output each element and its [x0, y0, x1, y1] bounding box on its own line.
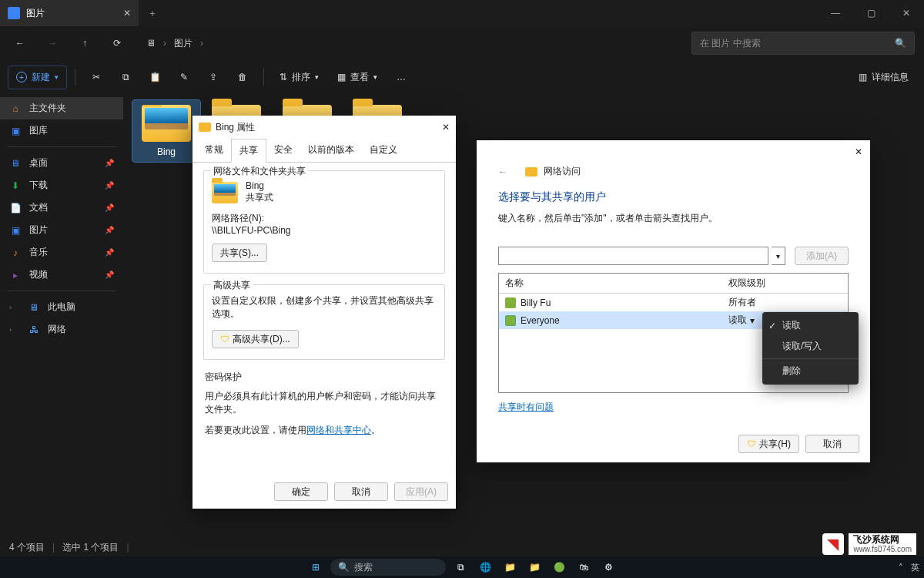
folder-item-bing[interactable]: Bing	[132, 100, 200, 162]
dialog-titlebar[interactable]: Bing 属性 ✕	[192, 116, 456, 139]
sidebar-item-thispc[interactable]: ›🖥此电脑	[0, 296, 123, 318]
shield-icon: 🛡	[220, 334, 229, 344]
sidebar-item-home[interactable]: ⌂ 主文件夹	[0, 97, 123, 119]
tray-chevron-icon[interactable]: ˄	[899, 563, 903, 573]
share-button[interactable]: 共享(S)...	[212, 244, 267, 262]
taskbar-app[interactable]: 🟢	[549, 559, 569, 576]
taskbar-app[interactable]: 🌐	[475, 559, 495, 576]
taskbar-app[interactable]: ⚙	[598, 559, 618, 576]
taskview-button[interactable]: ⧉	[450, 559, 470, 576]
tab-custom[interactable]: 自定义	[362, 139, 405, 162]
maximize-button[interactable]: ▢	[853, 0, 889, 26]
sidebar-item-downloads[interactable]: ⬇下载📌	[0, 174, 123, 197]
new-button[interactable]: + 新建 ▾	[8, 66, 67, 89]
start-button[interactable]: ⊞	[306, 559, 326, 576]
toolbar: + 新建 ▾ ✂ ⧉ 📋 ✎ ⇪ 🗑 ⇅ 排序 ▾ ▦ 查看 ▾ … ▥ 详细信…	[0, 60, 924, 94]
sidebar-item-network[interactable]: ›🖧网络	[0, 318, 123, 341]
minimize-button[interactable]: —	[818, 0, 853, 26]
ok-button[interactable]: 确定	[274, 482, 328, 501]
advanced-share-button[interactable]: 🛡高级共享(D)...	[212, 330, 299, 348]
menu-item-read[interactable]: ✓读取	[762, 315, 859, 336]
sort-icon: ⇅	[280, 72, 287, 82]
user-dropdown-button[interactable]: ▾	[772, 247, 785, 265]
sidebar-item-documents[interactable]: 📄文档📌	[0, 197, 123, 219]
apply-button[interactable]: 应用(A)	[394, 482, 448, 501]
network-center-link[interactable]: 网络和共享中心	[306, 425, 371, 435]
add-button[interactable]: 添加(A)	[795, 247, 849, 265]
menu-item-readwrite[interactable]: 读取/写入	[762, 336, 859, 357]
watermark-logo: ◥	[822, 533, 844, 555]
copy-button[interactable]: ⧉	[112, 67, 139, 87]
col-perm[interactable]: 权限级别	[722, 274, 772, 293]
view-button[interactable]: ▦ 查看 ▾	[330, 66, 385, 89]
tab-close-icon[interactable]: ✕	[123, 8, 131, 18]
sidebar-item-music[interactable]: ♪音乐📌	[0, 241, 123, 264]
close-icon[interactable]: ✕	[442, 122, 450, 133]
paste-button[interactable]: 📋	[142, 67, 168, 87]
sidebar-item-pictures[interactable]: ▣图片📌	[0, 219, 123, 241]
pc-icon: 🖥	[28, 301, 40, 314]
group-legend: 高级共享	[210, 279, 253, 292]
search-input[interactable]: 在 图片 中搜索 🔍	[691, 32, 915, 55]
sidebar-item-desktop[interactable]: 🖥桌面📌	[0, 152, 123, 174]
taskbar-app[interactable]: 📁	[524, 559, 544, 576]
group-icon	[505, 315, 516, 326]
cancel-button[interactable]: 取消	[805, 435, 859, 453]
col-name[interactable]: 名称	[499, 274, 722, 293]
advanced-desc: 设置自定义权限，创建多个共享，并设置其他高级共享选项。	[212, 294, 437, 321]
sort-button[interactable]: ⇅ 排序 ▾	[272, 66, 326, 89]
folder-icon	[199, 123, 211, 132]
sidebar-item-videos[interactable]: ▸视频📌	[0, 264, 123, 286]
share-button[interactable]: ⇪	[200, 67, 226, 87]
close-button[interactable]: ✕	[889, 0, 924, 26]
taskbar-app[interactable]: 📁	[500, 559, 520, 576]
details-pane-button[interactable]: ▥ 详细信息	[851, 66, 916, 89]
perm-select[interactable]: 读取▾	[722, 311, 761, 329]
dialog-titlebar[interactable]: ✕	[477, 140, 870, 163]
pin-icon: 📌	[105, 271, 114, 279]
share-icon: ⇪	[209, 72, 217, 82]
new-tab-button[interactable]: ＋	[139, 0, 166, 26]
nav-up-button[interactable]: ↑	[74, 38, 95, 49]
share-trouble-link[interactable]: 共享时有问题	[498, 402, 554, 412]
tab-general[interactable]: 常规	[197, 139, 231, 162]
separator	[263, 69, 264, 86]
tab-sharing[interactable]: 共享	[231, 139, 266, 163]
taskbar-search[interactable]: 🔍搜索	[330, 559, 446, 576]
user-combo: ▾ 添加(A)	[498, 247, 849, 265]
close-icon[interactable]: ✕	[855, 146, 862, 157]
breadcrumb-item[interactable]: 图片	[174, 37, 192, 50]
shield-icon: 🛡	[747, 439, 756, 449]
chevron-right-icon: ›	[9, 304, 17, 311]
chevron-right-icon: ›	[163, 38, 166, 49]
list-row[interactable]: Billy Fu 所有者	[499, 294, 848, 311]
nav-refresh-button[interactable]: ⟳	[106, 38, 128, 49]
properties-dialog: Bing 属性 ✕ 常规 共享 安全 以前的版本 自定义 网络文件和文件夹共享 …	[192, 116, 456, 509]
user-name-input[interactable]	[498, 247, 768, 265]
share-button[interactable]: 🛡共享(H)	[738, 435, 799, 453]
menu-item-remove[interactable]: 删除	[762, 358, 859, 381]
ime-indicator[interactable]: 英	[911, 562, 919, 573]
delete-button[interactable]: 🗑	[229, 67, 256, 87]
window-tab[interactable]: 图片 ✕	[0, 0, 139, 26]
cut-button[interactable]: ✂	[83, 67, 109, 87]
video-icon: ▸	[9, 269, 22, 281]
nav-back-button[interactable]: ←	[9, 38, 31, 49]
pin-icon: 📌	[105, 181, 114, 190]
back-arrow-icon[interactable]: ←	[498, 166, 507, 177]
folder-name: Bing	[246, 180, 273, 191]
chevron-right-icon: ›	[200, 38, 203, 49]
watermark: ◥ 飞沙系统网 www.fs0745.com	[822, 533, 916, 555]
more-button[interactable]: …	[388, 67, 414, 87]
rename-button[interactable]: ✎	[171, 67, 197, 87]
breadcrumb[interactable]: 🖥 › 图片 ›	[146, 37, 203, 50]
folder-icon	[212, 182, 238, 203]
taskbar-app[interactable]: 🛍	[574, 559, 594, 576]
nav-forward-button[interactable]: →	[42, 38, 63, 49]
cancel-button[interactable]: 取消	[334, 482, 388, 501]
tab-previous[interactable]: 以前的版本	[300, 139, 362, 162]
tab-security[interactable]: 安全	[266, 139, 300, 162]
system-tray[interactable]: ˄ 英	[899, 562, 919, 573]
sidebar-item-gallery[interactable]: ▣ 图库	[0, 119, 123, 142]
pictures-icon: ▣	[9, 224, 22, 237]
